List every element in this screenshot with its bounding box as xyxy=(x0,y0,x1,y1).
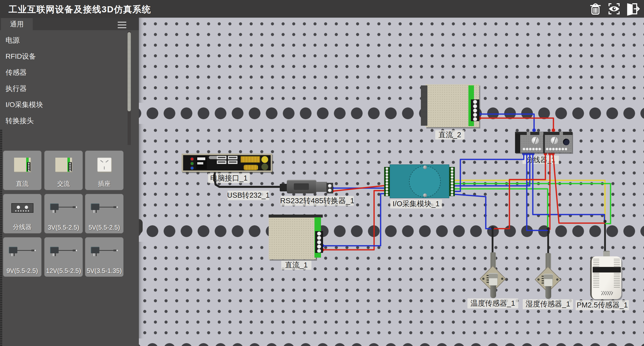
trash-icon xyxy=(588,2,602,16)
sidebar-item-5[interactable]: 转换接头 xyxy=(0,113,126,129)
adapter-icon xyxy=(45,237,83,265)
label-splitter: 分线器_1 xyxy=(522,156,559,164)
board-shape xyxy=(14,158,31,172)
hamburger-menu-icon[interactable] xyxy=(118,22,126,28)
label-usb-to-232: USB转232_1 xyxy=(228,191,269,200)
tile-label: 直流 xyxy=(3,180,41,188)
device-humidity-sensor[interactable] xyxy=(537,252,560,300)
component-sidebar: 通用 电源RFID设备传感器执行器I/O采集模块转换接头 直流交流插座分线器3V… xyxy=(0,18,139,346)
label-humidity-sensor: 湿度传感器_1 xyxy=(523,299,573,309)
label-io-module: I/O采集模块_1 xyxy=(390,199,442,209)
device-computer-interface[interactable] xyxy=(182,154,272,172)
usb-port xyxy=(228,156,237,159)
round-port-olive xyxy=(261,163,268,170)
tile-9V(5.5-2.5)[interactable]: 9V(5.5-2.5) xyxy=(3,237,42,277)
terminal-dots xyxy=(546,148,567,151)
terminal-strip-right xyxy=(449,167,455,196)
module-body xyxy=(390,164,449,198)
usb-port xyxy=(217,160,226,164)
audio-jack-green xyxy=(190,162,194,165)
dc-terminal-block xyxy=(471,99,479,121)
adapter-shape xyxy=(90,246,118,257)
sidebar-item-1[interactable]: RFID设备 xyxy=(0,48,126,64)
adapter-icon xyxy=(45,194,83,222)
tile-5V(3.5-1.35)[interactable]: 5V(3.5-1.35) xyxy=(85,237,124,277)
device-splitter[interactable] xyxy=(515,132,572,153)
tab-general[interactable]: 通用 xyxy=(1,18,33,30)
tile-label: 12V(5.5-2.5) xyxy=(45,267,83,274)
device-io-acquisition-module[interactable] xyxy=(384,164,455,198)
board-shape xyxy=(55,158,72,172)
tile-5V(5.5-2.5)[interactable]: 5V(5.5-2.5) xyxy=(85,194,124,233)
adapter-icon xyxy=(3,237,41,265)
split-shape xyxy=(11,203,33,213)
exit-button[interactable] xyxy=(625,2,640,16)
screw xyxy=(531,136,539,145)
adapter-icon xyxy=(85,237,123,265)
adapter-shape xyxy=(50,202,78,214)
split-icon xyxy=(3,194,41,222)
terminal-strip-left xyxy=(384,167,390,196)
label-dc-2: 直流_2 xyxy=(435,130,464,140)
label-computer-interface: 电脑接口_1 xyxy=(208,173,250,183)
socket-icon xyxy=(85,151,123,179)
sidebar-item-2[interactable]: 传感器 xyxy=(0,64,126,81)
device-dc-power-2[interactable] xyxy=(421,84,479,127)
exit-icon xyxy=(625,2,640,16)
board-icon xyxy=(3,151,41,179)
sensor-probe xyxy=(490,286,496,298)
sidebar-collapse-handle[interactable] xyxy=(139,219,143,234)
menu-scrollbar[interactable] xyxy=(128,31,131,145)
adapter-icon xyxy=(85,194,123,222)
tile-label: 交流 xyxy=(45,180,83,188)
io-panel xyxy=(183,155,271,170)
round-port-yellow xyxy=(261,156,268,163)
view-reset-button[interactable] xyxy=(606,2,622,16)
tile-3V(5.5-2.5)[interactable]: 3V(5.5-2.5) xyxy=(44,194,83,233)
device-pm25-sensor[interactable] xyxy=(590,251,622,300)
tile-交流[interactable]: 交流 xyxy=(44,151,83,190)
dc-heatsink xyxy=(421,85,427,126)
eye-focus-icon xyxy=(607,2,621,16)
tile-label: 5V(3.5-1.35) xyxy=(85,267,123,274)
splitter-end-cap xyxy=(515,133,520,153)
usb-port xyxy=(217,156,226,159)
label-temp-sensor: 温度传感器_1 xyxy=(467,298,518,308)
splitter-divider xyxy=(543,134,545,153)
tile-label: 插座 xyxy=(85,180,123,188)
tile-label: 3V(5.5-2.5) xyxy=(45,224,83,231)
dvi-port xyxy=(240,156,260,163)
sidebar-item-3[interactable]: 执行器 xyxy=(0,81,126,97)
adapter-shape xyxy=(50,246,78,257)
device-temperature-sensor[interactable] xyxy=(481,251,505,299)
dc-body xyxy=(269,216,316,259)
sidebar-item-0[interactable]: 电源 xyxy=(0,32,126,48)
top-bar: 工业互联网设备及接线3D仿真系统 xyxy=(0,0,644,18)
socket-shape xyxy=(97,158,111,172)
toolbar xyxy=(588,2,640,16)
usb-port-block xyxy=(196,156,207,169)
tiles-scrollbar[interactable] xyxy=(0,130,2,346)
device-rs232-485-converter[interactable] xyxy=(280,179,334,194)
screw xyxy=(550,136,558,145)
tile-插座[interactable]: 插座 xyxy=(85,151,124,190)
device-dc-power-1[interactable] xyxy=(269,215,323,259)
category-menu: 电源RFID设备传感器执行器I/O采集模块转换接头 xyxy=(0,32,126,129)
tile-分线器[interactable]: 分线器 xyxy=(3,194,42,233)
tile-直流[interactable]: 直流 xyxy=(3,151,42,190)
tile-12V(5.5-2.5)[interactable]: 12V(5.5-2.5) xyxy=(44,237,83,277)
menu-scrollbar-thumb[interactable] xyxy=(128,32,131,111)
app-title: 工业互联网设备及接线3D仿真系统 xyxy=(9,4,151,15)
sensor-body xyxy=(489,278,498,286)
splitter-socket xyxy=(563,139,570,145)
dsub-neck xyxy=(316,182,327,192)
usb-port xyxy=(228,160,237,164)
sensor-window xyxy=(593,267,621,272)
pegboard-hole-row xyxy=(139,103,644,124)
trash-button[interactable] xyxy=(588,2,603,16)
sidebar-item-4[interactable]: I/O采集模块 xyxy=(0,97,126,113)
module-disc xyxy=(409,166,441,197)
tile-label: 分线器 xyxy=(3,223,41,231)
sensor-body xyxy=(544,279,553,286)
app-window: 工业互联网设备及接线3D仿真系统 xyxy=(0,0,644,346)
